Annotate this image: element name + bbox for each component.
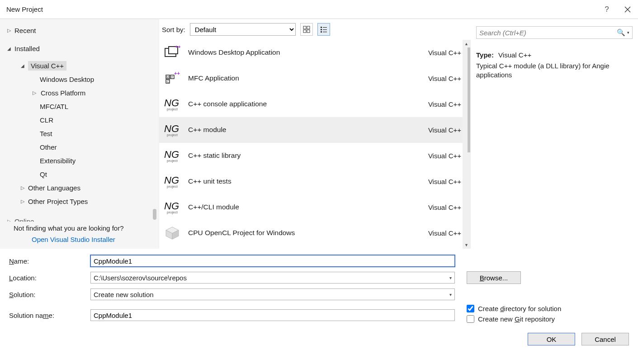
tree-item-qt[interactable]: Qt xyxy=(6,167,159,181)
template-description: Typical C++ module (a DLL library) for A… xyxy=(476,61,633,80)
template-icon: NGproject xyxy=(163,121,182,138)
tree-item-other[interactable]: Other xyxy=(6,140,159,154)
solution-combo[interactable]: Create new solution ▾ xyxy=(90,288,455,300)
chevron-right-icon xyxy=(20,184,25,191)
tree-item-test[interactable]: Test xyxy=(6,127,159,140)
template-lang: Visual C++ xyxy=(416,126,461,134)
browse-button[interactable]: Browse... xyxy=(467,271,521,284)
create-directory-check[interactable]: Create directory for solution xyxy=(467,305,629,312)
template-row[interactable]: NGprojectC++ unit testsVisual C++ xyxy=(159,169,470,194)
main-area: Recent Installed Visual C++ Windows Desk… xyxy=(0,19,638,249)
template-icon: NGproject xyxy=(163,173,182,190)
titlebar: New Project ? xyxy=(0,0,638,19)
ok-button[interactable]: OK xyxy=(528,333,575,345)
tree-label: Installed xyxy=(14,45,40,52)
type-value: Visual C++ xyxy=(498,51,531,59)
template-row[interactable]: NGprojectC++ moduleVisual C++ xyxy=(159,117,470,143)
scrollbar-thumb[interactable] xyxy=(468,47,471,152)
type-label: Type: xyxy=(476,51,494,59)
svg-rect-9 xyxy=(323,32,327,32)
template-lang: Visual C++ xyxy=(416,152,461,160)
open-installer-link[interactable]: Open Visual Studio Installer xyxy=(14,236,152,243)
template-row[interactable]: NGprojectC++ console applicationeVisual … xyxy=(159,91,470,117)
chevron-down-icon: ▾ xyxy=(449,292,452,297)
tree-item-windows-desktop[interactable]: Windows Desktop xyxy=(6,72,159,86)
tree-label: Other Project Types xyxy=(28,198,88,205)
cancel-button[interactable]: Cancel xyxy=(581,333,629,345)
info-panel: 🔍 ▾ Type: Visual C++ Typical C++ module … xyxy=(471,19,638,249)
chevron-down-icon: ▾ xyxy=(449,275,452,280)
template-row[interactable]: NGprojectC++/CLI moduleVisual C++ xyxy=(159,194,470,220)
template-name: C++ console applicatione xyxy=(188,100,410,108)
scroll-down-icon[interactable]: ▼ xyxy=(463,241,470,249)
solution-name-label: Solution name: xyxy=(9,312,90,319)
create-directory-checkbox[interactable] xyxy=(467,305,474,312)
tree-recent[interactable]: Recent xyxy=(6,24,159,37)
sort-toolbar: Sort by: Default xyxy=(159,19,471,40)
search-input-wrapper[interactable]: 🔍 ▾ xyxy=(476,26,633,39)
template-name: C++ static library xyxy=(188,151,410,160)
svg-rect-8 xyxy=(321,31,322,33)
type-line: Type: Visual C++ xyxy=(476,51,633,59)
tree-label: Other Languages xyxy=(28,184,80,192)
template-icon: MFC++ xyxy=(163,70,182,87)
tree-visual-cpp[interactable]: Visual C++ xyxy=(6,59,159,72)
sortby-select[interactable]: Default xyxy=(190,23,296,36)
search-input[interactable] xyxy=(479,29,617,37)
tree-item-mfc-atl[interactable]: MFC/ATL xyxy=(6,99,159,113)
view-list-icon[interactable] xyxy=(317,23,330,36)
template-name: C++ module xyxy=(188,126,410,134)
center-panel: Sort by: Default ++Windows Desktop Appli… xyxy=(159,19,471,249)
window-actions: ? xyxy=(603,5,632,14)
search-dropdown-icon[interactable]: ▾ xyxy=(627,30,629,35)
svg-rect-7 xyxy=(323,29,327,30)
svg-rect-0 xyxy=(303,26,306,29)
svg-text:++: ++ xyxy=(175,46,180,49)
location-combo[interactable]: C:\Users\sozerov\source\repos ▾ xyxy=(90,272,455,284)
template-name: MFC Application xyxy=(188,74,410,82)
sidebar-scrollbar[interactable] xyxy=(153,19,157,223)
scroll-up-icon[interactable]: ▲ xyxy=(463,40,470,47)
chevron-down-icon xyxy=(20,62,25,69)
tree-item-clr[interactable]: CLR xyxy=(6,113,159,127)
template-name: C++/CLI module xyxy=(188,203,410,211)
solution-name-input[interactable] xyxy=(90,309,455,321)
close-icon[interactable] xyxy=(624,5,632,14)
sortby-label: Sort by: xyxy=(162,26,185,33)
name-input[interactable] xyxy=(90,255,455,267)
template-lang: Visual C++ xyxy=(416,100,461,108)
template-row[interactable]: MFC++MFC ApplicationVisual C++ xyxy=(159,66,470,91)
create-git-check[interactable]: Create new Git repository xyxy=(467,315,629,323)
solution-label: Solution: xyxy=(9,291,90,298)
help-icon[interactable]: ? xyxy=(603,5,611,14)
template-row[interactable]: CPU OpenCL Project for WindowsVisual C++ xyxy=(159,220,470,246)
dialog-buttons: OK Cancel xyxy=(0,330,638,352)
template-name: CPU OpenCL Project for Windows xyxy=(188,229,410,237)
checkbox-group: Create directory for solution Create new… xyxy=(455,305,629,326)
chevron-down-icon xyxy=(6,45,12,52)
tree-item-cross-platform[interactable]: Cross Platform xyxy=(6,86,159,99)
location-value: C:\Users\sozerov\source\repos xyxy=(94,274,187,282)
sidebar-footer: Not finding what you are looking for? Op… xyxy=(0,222,159,249)
search-icon[interactable]: 🔍 xyxy=(617,28,625,37)
svg-rect-3 xyxy=(307,30,310,33)
svg-text:C: C xyxy=(167,80,169,83)
template-row[interactable]: NGprojectC++ static libraryVisual C++ xyxy=(159,143,470,169)
name-label: Name: xyxy=(9,257,90,265)
create-git-checkbox[interactable] xyxy=(467,315,474,323)
template-row[interactable]: ++Windows Desktop ApplicationVisual C++ xyxy=(159,40,470,66)
tree-other-languages[interactable]: Other Languages xyxy=(6,181,159,194)
template-icon: NGproject xyxy=(163,199,182,216)
template-name: Windows Desktop Application xyxy=(188,48,410,57)
window-title: New Project xyxy=(6,5,603,13)
tree-other-project-types[interactable]: Other Project Types xyxy=(6,194,159,208)
view-large-icon[interactable] xyxy=(300,23,313,36)
project-form: Name: Location: C:\Users\sozerov\source\… xyxy=(0,249,638,330)
template-lang: Visual C++ xyxy=(416,203,461,211)
scrollbar-thumb[interactable] xyxy=(153,209,156,220)
list-scrollbar[interactable]: ▲ ▼ xyxy=(463,40,470,249)
chevron-right-icon xyxy=(6,27,12,33)
solution-value: Create new solution xyxy=(94,291,154,298)
tree-item-extensibility[interactable]: Extensibility xyxy=(6,154,159,167)
tree-installed[interactable]: Installed xyxy=(6,42,159,55)
